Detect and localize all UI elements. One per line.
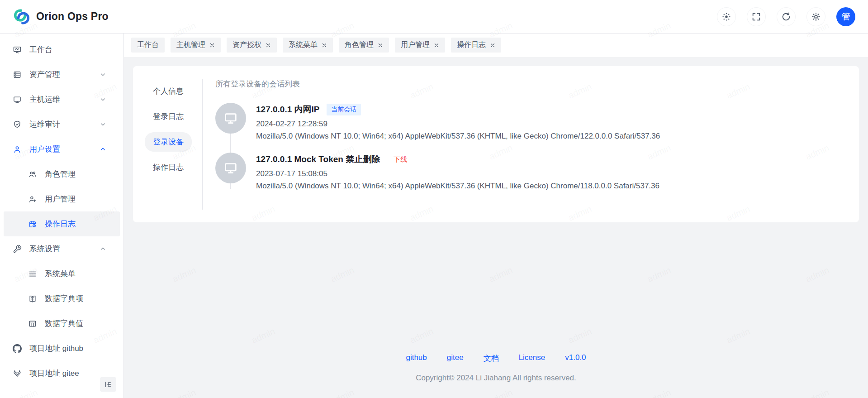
github-icon [13, 344, 22, 353]
sidebar-item-dict-key[interactable]: 数据字典项 [0, 286, 123, 311]
sidebar-item-role-management[interactable]: 角色管理 [0, 162, 123, 187]
sidebar-item-label: 角色管理 [45, 169, 76, 179]
footer-link-gitee[interactable]: gitee [447, 353, 464, 364]
close-icon[interactable] [266, 43, 271, 48]
chevron-up-icon [100, 146, 106, 153]
tab-user-management[interactable]: 用户管理 [395, 38, 445, 53]
footer-link-license[interactable]: License [519, 353, 545, 364]
tab-workbench[interactable]: 工作台 [131, 38, 165, 53]
user-plus-icon [28, 195, 37, 204]
sidebar-item-operation-log[interactable]: 操作日志 [4, 211, 120, 236]
audit-shield-icon [13, 120, 22, 129]
host-ops-icon [13, 95, 22, 104]
current-session-badge: 当前会话 [327, 104, 361, 115]
app-root: Orion Ops Pro [0, 0, 868, 398]
session-user-agent: Mozilla/5.0 (Windows NT 10.0; Win64; x64… [256, 132, 660, 141]
sidebar-item-user-management[interactable]: 用户管理 [0, 187, 123, 211]
tab-label: 资产授权 [232, 40, 261, 50]
orion-logo-icon [13, 8, 31, 26]
calendar-clock-icon [28, 220, 37, 229]
open-book-icon [28, 294, 37, 303]
sidebar-item-assets[interactable]: 资产管理 [0, 62, 123, 87]
tab-host-management[interactable]: 主机管理 [171, 38, 221, 53]
sidebar-item-dict-value[interactable]: 数据字典值 [0, 311, 123, 336]
profile-nav-operation-log[interactable]: 操作日志 [145, 158, 192, 177]
tab-asset-authorization[interactable]: 资产授权 [227, 38, 277, 53]
monitor-icon [223, 111, 238, 125]
sidebar-item-system-menu[interactable]: 系统菜单 [0, 261, 123, 286]
sidebar-item-label: 资产管理 [29, 69, 60, 80]
profile-nav-personal-info[interactable]: 个人信息 [145, 82, 192, 101]
sidebar-item-label: 数据字典值 [45, 318, 83, 329]
tab-role-management[interactable]: 角色管理 [339, 38, 389, 53]
main-area: 工作台 主机管理 资产授权 系统菜单 角色管理 [124, 34, 868, 398]
sidebar-item-label: 运维审计 [29, 119, 60, 129]
fullscreen-icon [751, 12, 761, 22]
close-icon[interactable] [322, 43, 327, 48]
user-icon [13, 145, 22, 154]
footer-link-github[interactable]: github [406, 353, 427, 364]
sidebar-item-github[interactable]: 项目地址 github [0, 336, 123, 361]
menu-lines-icon [28, 269, 37, 278]
chevron-down-icon [100, 71, 106, 78]
roles-icon [28, 170, 37, 179]
app-logo[interactable]: Orion Ops Pro [13, 8, 109, 26]
app-title: Orion Ops Pro [36, 10, 109, 23]
close-icon[interactable] [209, 43, 215, 48]
force-offline-link[interactable]: 下线 [394, 155, 407, 164]
menu-fold-icon [104, 380, 112, 388]
session-user-agent: Mozilla/5.0 (Windows NT 10.0; Win64; x64… [256, 182, 659, 191]
sidebar-item-label: 用户管理 [45, 194, 76, 204]
refresh-icon [781, 12, 791, 22]
close-icon[interactable] [378, 43, 383, 48]
sidebar-item-workbench[interactable]: 工作台 [0, 37, 123, 62]
profile-nav: 个人信息 登录日志 登录设备 操作日志 [145, 79, 203, 210]
sidebar-item-user-settings[interactable]: 用户设置 [0, 137, 123, 162]
tab-label: 角色管理 [345, 40, 374, 50]
tab-label: 主机管理 [176, 40, 205, 50]
tab-system-menu[interactable]: 系统菜单 [283, 38, 333, 53]
table-icon [28, 319, 37, 328]
profile-nav-login-devices[interactable]: 登录设备 [145, 132, 192, 152]
workbench-icon [13, 45, 22, 54]
chevron-down-icon [100, 121, 106, 128]
sidebar-item-label: 用户设置 [29, 144, 60, 154]
footer-link-version[interactable]: v1.0.0 [565, 353, 586, 364]
session-title: 127.0.0.1 内网IP [256, 104, 319, 115]
tab-operation-log[interactable]: 操作日志 [451, 38, 501, 53]
avatar-text: 管 [842, 11, 850, 23]
user-avatar[interactable]: 管 [836, 7, 855, 26]
chevron-down-icon [100, 96, 106, 103]
sidebar-item-audit[interactable]: 运维审计 [0, 112, 123, 137]
settings-button[interactable] [806, 7, 825, 26]
top-header: Orion Ops Pro [0, 0, 868, 34]
fullscreen-button[interactable] [747, 7, 766, 26]
sidebar-item-host-ops[interactable]: 主机运维 [0, 87, 123, 112]
page-footer: github gitee 文档 License v1.0.0 Copyright… [133, 349, 859, 389]
session-entry: 127.0.0.1 Mock Token 禁止删除 下线 2023-07-17 … [215, 153, 847, 191]
profile-nav-login-log[interactable]: 登录日志 [145, 107, 192, 126]
refresh-button[interactable] [777, 7, 796, 26]
session-list-title: 所有登录设备的会话列表 [215, 79, 847, 89]
sidebar-item-label: 数据字典项 [45, 293, 83, 304]
footer-links: github gitee 文档 License v1.0.0 [133, 353, 859, 364]
tab-label: 用户管理 [401, 40, 430, 50]
page-content: 个人信息 登录日志 登录设备 操作日志 所有登录设备的会话列表 [124, 57, 868, 398]
close-icon[interactable] [434, 43, 439, 48]
gitee-icon [13, 369, 22, 378]
assets-icon [13, 70, 22, 79]
sidebar-item-label: 主机运维 [29, 94, 60, 105]
sidebar-item-system-settings[interactable]: 系统设置 [0, 236, 123, 261]
sidebar-collapse-button[interactable] [100, 377, 116, 392]
footer-link-docs[interactable]: 文档 [484, 353, 499, 364]
close-icon[interactable] [490, 43, 495, 48]
wrench-icon [13, 245, 22, 254]
tab-label: 操作日志 [457, 40, 486, 50]
sidebar-item-label: 项目地址 gitee [29, 368, 79, 379]
sun-icon [721, 12, 731, 22]
tab-label: 工作台 [137, 40, 159, 50]
theme-toggle-button[interactable] [717, 7, 736, 26]
sidebar-item-label: 工作台 [29, 44, 52, 55]
copyright-text: Copyright© 2024 Li Jiahang All rights re… [133, 374, 859, 383]
device-avatar [215, 153, 246, 183]
